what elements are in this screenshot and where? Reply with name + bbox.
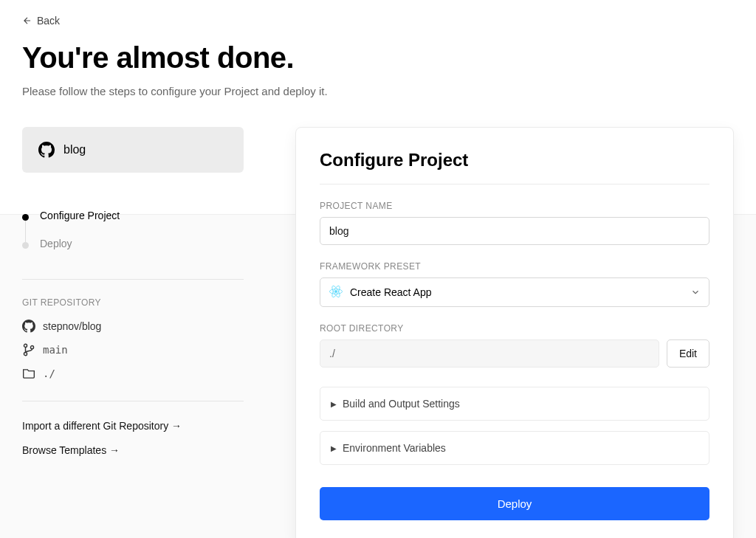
git-branch: main [43,344,68,356]
framework-preset-select[interactable]: Create React App [320,277,709,307]
react-icon [329,286,343,299]
svg-point-1 [24,353,27,356]
git-root: ./ [43,368,55,379]
root-directory-value: ./ [320,339,659,368]
project-name-input[interactable] [320,217,709,245]
project-name-label: PROJECT NAME [320,201,709,211]
step-deploy[interactable]: Deploy [22,238,244,249]
divider [22,279,244,280]
github-icon [38,142,55,158]
step-configure-project[interactable]: Configure Project [22,210,244,221]
steps-list: Configure Project Deploy [22,210,244,249]
deploy-button[interactable]: Deploy [320,487,709,520]
git-repo-heading: GIT REPOSITORY [22,297,244,308]
page-subtitle: Please follow the steps to configure you… [22,85,734,97]
step-dot-icon [22,242,29,249]
card-title: Configure Project [320,150,709,170]
branch-icon [22,343,35,356]
import-different-repo-link[interactable]: Import a different Git Repository → [22,420,182,432]
repo-chip[interactable]: blog [22,127,244,173]
git-root-row: ./ [22,367,244,380]
divider [22,401,244,401]
repo-chip-name: blog [63,143,86,156]
configure-project-card: Configure Project PROJECT NAME FRAMEWORK… [295,127,734,538]
step-dot-icon [22,214,29,221]
github-icon [22,320,35,333]
back-link[interactable]: Back [22,15,60,27]
edit-root-directory-button[interactable]: Edit [667,339,709,368]
svg-point-2 [30,346,33,349]
step-label: Configure Project [40,210,120,221]
back-link-label: Back [37,15,60,27]
framework-preset-label: FRAMEWORK PRESET [320,261,709,272]
build-output-settings-toggle[interactable]: ▶ Build and Output Settings [320,387,709,421]
git-repo-path-row: stepnov/blog [22,320,244,333]
step-label: Deploy [40,238,72,249]
triangle-right-icon: ▶ [331,444,337,452]
folder-icon [22,367,35,380]
root-directory-label: ROOT DIRECTORY [320,323,709,334]
triangle-right-icon: ▶ [331,400,337,408]
svg-point-0 [24,344,27,347]
arrow-left-icon [22,15,32,26]
svg-point-3 [334,290,337,292]
divider [320,184,709,184]
environment-variables-toggle[interactable]: ▶ Environment Variables [320,431,709,465]
collapse-label: Environment Variables [343,442,446,454]
git-repo-path: stepnov/blog [43,320,101,332]
git-branch-row: main [22,343,244,356]
page-title: You're almost done. [22,41,734,75]
browse-templates-link[interactable]: Browse Templates → [22,444,120,456]
collapse-label: Build and Output Settings [343,398,460,410]
framework-preset-value: Create React App [350,286,432,298]
